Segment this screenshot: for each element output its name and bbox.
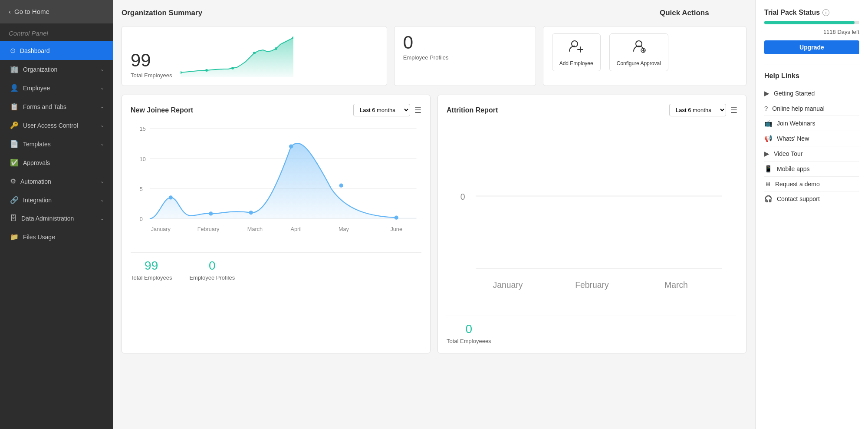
- help-icon-join-webinars: 📺: [764, 119, 773, 127]
- sidebar-item-dashboard[interactable]: ⊙ Dashboard: [0, 41, 113, 60]
- sidebar-item-files-usage[interactable]: 📁 Files Usage: [0, 228, 113, 246]
- sparkline-svg: [181, 33, 293, 77]
- svg-text:January: January: [493, 280, 523, 290]
- svg-point-25: [339, 184, 343, 188]
- sidebar-icon-forms-tabs: 📋: [10, 102, 19, 111]
- quick-actions-title: Quick Actions: [660, 9, 746, 17]
- svg-text:January: January: [151, 226, 171, 232]
- help-icon-whats-new: 📢: [764, 135, 773, 142]
- progress-bar-bg: [764, 21, 859, 24]
- sidebar-icon-data-admin: 🗄: [10, 214, 17, 222]
- new-joinee-stats: 99 Total Employees 0 Employee Profiles: [131, 252, 421, 281]
- new-joinee-menu-icon[interactable]: ☰: [414, 106, 421, 115]
- quick-actions-card: Add Employee Configure Approval: [543, 26, 746, 86]
- upgrade-button[interactable]: Upgrade: [764, 40, 859, 54]
- sidebar-item-left-organization: 🏢 Organization: [10, 65, 57, 73]
- attrition-stat-1-label: Total Employeees: [447, 338, 491, 344]
- help-link-getting-started[interactable]: ▶ Getting Started: [764, 86, 859, 101]
- chevron-icon-data-admin: ⌄: [100, 216, 104, 221]
- svg-point-26: [395, 216, 398, 220]
- svg-text:April: April: [291, 226, 302, 232]
- svg-text:March: March: [664, 280, 688, 290]
- sidebar-item-organization[interactable]: 🏢 Organization ⌄: [0, 60, 113, 79]
- configure-approval-label: Configure Approval: [617, 60, 661, 66]
- new-joinee-stat-1-label: Total Employees: [131, 274, 172, 281]
- sidebar-item-left-forms-tabs: 📋 Forms and Tabs: [10, 102, 66, 111]
- progress-bar-fill: [764, 21, 855, 24]
- sidebar-icon-automation: ⚙: [10, 177, 16, 185]
- help-link-video-tour[interactable]: ▶ Video Tour: [764, 146, 859, 162]
- sidebar-item-left-user-access: 🔑 User Access Control: [10, 121, 78, 129]
- employee-profiles-card: 0 Employee Profiles: [394, 26, 536, 86]
- sidebar-label-data-admin: Data Administration: [21, 215, 74, 222]
- help-link-contact-support[interactable]: 🎧 Contact support: [764, 191, 859, 206]
- svg-point-21: [169, 195, 173, 199]
- attrition-period-dropdown[interactable]: Last 6 months Last 3 months Last 12 mont…: [669, 104, 726, 116]
- chevron-icon-user-access: ⌄: [100, 122, 104, 128]
- sidebar-icon-templates: 📄: [10, 140, 19, 148]
- attrition-stats: 0 Total Employeees: [447, 316, 737, 344]
- sidebar-icon-integration: 🔗: [10, 196, 19, 204]
- help-link-online-help[interactable]: ? Online help manual: [764, 101, 859, 116]
- new-joinee-period-dropdown[interactable]: Last 6 months Last 3 months Last 12 mont…: [353, 104, 410, 116]
- help-link-mobile-apps[interactable]: 📱 Mobile apps: [764, 162, 859, 177]
- help-link-whats-new[interactable]: 📢 Whats' New: [764, 131, 859, 146]
- svg-point-24: [289, 145, 293, 148]
- svg-point-1: [205, 69, 208, 72]
- sidebar-icon-approvals: ✅: [10, 158, 19, 167]
- chevron-icon-automation: ⌄: [100, 178, 104, 184]
- sidebar-item-approvals[interactable]: ✅ Approvals: [0, 153, 113, 172]
- help-label-video-tour: Video Tour: [774, 150, 802, 157]
- new-joinee-chart-svg: 15 10 5 0: [131, 123, 421, 244]
- employee-profiles-number: 0: [403, 33, 527, 52]
- days-left: 1118 Days left: [764, 29, 859, 35]
- trial-pack-title-text: Trial Pack Status: [764, 9, 820, 16]
- new-joinee-stat-1-num: 99: [145, 259, 158, 273]
- svg-point-2: [231, 67, 234, 69]
- sidebar-item-left-files-usage: 📁 Files Usage: [10, 233, 55, 241]
- help-label-contact-support: Contact support: [777, 195, 820, 202]
- svg-text:February: February: [575, 280, 609, 290]
- sidebar-label-user-access: User Access Control: [23, 122, 78, 129]
- sidebar-label-employee: Employee: [23, 85, 50, 92]
- svg-text:0: 0: [140, 216, 143, 222]
- help-link-request-demo[interactable]: 🖥 Request a demo: [764, 177, 859, 191]
- chevron-icon-employee: ⌄: [100, 85, 104, 91]
- sidebar-icon-files-usage: 📁: [10, 233, 19, 241]
- right-panel: Trial Pack Status i 1118 Days left Upgra…: [755, 0, 868, 429]
- sidebar-label-organization: Organization: [23, 66, 57, 73]
- new-joinee-title: New Joinee Report: [131, 106, 193, 114]
- help-links-section: Help Links ▶ Getting Started ? Online he…: [764, 72, 859, 206]
- go-home-label: Go to Home: [14, 8, 49, 15]
- sidebar-item-left-integration: 🔗 Integration: [10, 196, 52, 204]
- sidebar-item-templates[interactable]: 📄 Templates ⌄: [0, 135, 113, 153]
- sidebar-item-data-admin[interactable]: 🗄 Data Administration ⌄: [0, 209, 113, 228]
- total-employees-number: 99: [131, 51, 172, 69]
- sidebar-item-automation[interactable]: ⚙ Automation ⌄: [0, 172, 113, 191]
- sidebar-item-forms-tabs[interactable]: 📋 Forms and Tabs ⌄: [0, 97, 113, 116]
- go-home-button[interactable]: ‹ Go to Home: [0, 0, 113, 23]
- svg-text:February: February: [197, 226, 220, 232]
- attrition-menu-icon[interactable]: ☰: [730, 106, 737, 115]
- add-employee-label: Add Employee: [559, 60, 593, 66]
- svg-text:10: 10: [140, 156, 146, 162]
- new-joinee-report-card: New Joinee Report Last 6 months Last 3 m…: [122, 95, 431, 353]
- sidebar-icon-organization: 🏢: [10, 65, 19, 73]
- svg-point-3: [253, 52, 256, 54]
- sidebar-label-integration: Integration: [23, 197, 52, 204]
- sidebar-item-integration[interactable]: 🔗 Integration ⌄: [0, 191, 113, 209]
- back-arrow-icon: ‹: [9, 8, 11, 15]
- help-link-join-webinars[interactable]: 📺 Join Webinars: [764, 116, 859, 131]
- add-employee-button[interactable]: Add Employee: [552, 33, 601, 71]
- info-icon[interactable]: i: [822, 9, 829, 16]
- configure-approval-button[interactable]: Configure Approval: [609, 33, 668, 71]
- sidebar-item-user-access[interactable]: 🔑 User Access Control ⌄: [0, 116, 113, 135]
- sidebar-item-left-automation: ⚙ Automation: [10, 177, 51, 185]
- svg-text:June: June: [390, 226, 402, 232]
- help-label-getting-started: Getting Started: [774, 90, 815, 97]
- sidebar-item-employee[interactable]: 👤 Employee ⌄: [0, 79, 113, 97]
- help-label-online-help: Online help manual: [772, 105, 825, 112]
- help-label-request-demo: Request a demo: [775, 181, 820, 188]
- svg-text:5: 5: [140, 186, 143, 192]
- chevron-icon-forms-tabs: ⌄: [100, 104, 104, 109]
